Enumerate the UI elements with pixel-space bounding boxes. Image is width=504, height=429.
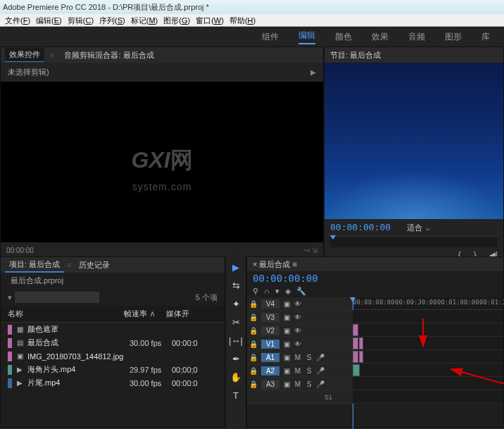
solo-icon[interactable]: S [303,354,315,361]
menu-help[interactable]: 帮助(H) [227,14,258,26]
slip-tool-icon[interactable]: |↔| [229,335,243,347]
workspace-effects[interactable]: 效果 [372,31,389,43]
mute-icon[interactable]: 👁 [292,327,303,335]
clip[interactable] [353,324,358,336]
tools-panel[interactable]: ▶ ⇆ ✦ ✂ |↔| ✒ ✋ T [225,256,246,428]
linked-selection-icon[interactable]: ∩ [264,287,270,296]
program-playhead[interactable] [330,235,336,240]
snap-icon[interactable]: ⚲ [253,287,258,296]
col-framerate[interactable]: 帧速率 ∧ [124,309,166,319]
bin-filter-icon[interactable]: ▾ [8,293,12,302]
col-media-start[interactable]: 媒体开 [166,309,218,319]
pen-tool-icon[interactable]: ✒ [229,354,243,365]
track-lane[interactable] [353,377,503,390]
video-track-header[interactable]: 🔒 V3 ▣ 👁 [247,311,353,324]
source-monitor[interactable]: GXI网 system.com [1,82,323,242]
project-tabs[interactable]: 项目: 最后合成 ≡ 历史记录 [1,257,225,273]
mute-icon[interactable]: M [292,380,303,388]
program-monitor[interactable] [325,63,503,219]
tab-audio-clip-mixer[interactable]: 音频剪辑混合器: 最后合成 [60,49,158,62]
menu-window[interactable]: 窗口(W) [194,14,226,26]
project-search-input[interactable] [15,292,99,303]
col-name[interactable]: 名称 [8,309,124,319]
menu-edit[interactable]: 编辑(E) [34,14,64,26]
type-tool-icon[interactable]: T [229,390,243,402]
lock-icon[interactable]: 🔒 [247,327,260,335]
track-lane[interactable] [353,350,503,363]
source-panel-tabs[interactable]: 效果控件 ≡ 音频剪辑混合器: 最后合成 [1,47,323,63]
project-item[interactable]: ▣ IMG_20180703_144812.jpg [1,349,225,363]
audio-track-header[interactable]: 🔒 A1 ▣ M S🎤 [247,351,353,364]
mute-icon[interactable]: 👁 [292,313,303,321]
voice-icon[interactable]: 🎤 [315,354,326,361]
menu-file[interactable]: 文件(F) [3,14,32,26]
video-track-header[interactable]: 🔒 V4 ▣ 👁 [247,297,353,311]
lock-icon[interactable]: 🔒 [247,380,260,388]
toggle-output-icon[interactable]: ▣ [281,327,292,335]
clip[interactable] [359,351,363,363]
track-label[interactable]: A3 [261,380,279,389]
track-label[interactable]: V3 [261,313,279,322]
toggle-output-icon[interactable]: ▣ [281,313,292,321]
track-label[interactable]: V4 [261,299,279,309]
lock-icon[interactable]: 🔒 [247,340,260,348]
clip[interactable] [353,364,360,376]
audio-track-header[interactable]: 🔒 A3 ▣ M S🎤 [247,378,353,391]
timeline-header[interactable]: × 最后合成 ≡ [247,257,503,271]
menu-sequence[interactable]: 序列(S) [97,14,127,26]
track-lane[interactable] [353,363,503,377]
workspace-audio[interactable]: 音频 [408,31,425,43]
track-lane[interactable] [353,323,503,337]
tab-effect-controls[interactable]: 效果控件 [5,48,44,62]
lock-icon[interactable]: 🔒 [247,313,260,321]
toggle-output-icon[interactable]: ▣ [281,380,292,388]
menu-graphics[interactable]: 图形(G) [161,14,192,26]
timeline-toolbar[interactable]: ⚲ ∩ ▾ ◈ 🔧 [247,285,503,297]
program-timecode[interactable]: 00:00:00:00 [330,222,391,232]
settings-icon[interactable]: ◈ [285,287,291,296]
lock-icon[interactable]: 🔒 [247,354,260,361]
video-track-header[interactable]: 🔒 V1 ▣ 👁 [247,337,353,351]
track-select-tool-icon[interactable]: ⇆ [229,280,243,292]
timeline-track-headers[interactable]: 🔒 V4 ▣ 👁 🔒 V3 ▣ 👁 🔒 V2 ▣ 👁 🔒 V1 ▣ 👁 🔒 A1… [247,297,353,404]
project-columns-header[interactable]: 名称 帧速率 ∧ 媒体开 [1,306,225,323]
timeline-track-content[interactable]: 00:00:00:0000:00:30:0000:01:00:0000:01:3… [353,297,503,404]
toggle-output-icon[interactable]: ▣ [281,340,292,348]
track-label[interactable]: V1 [261,340,279,349]
clip[interactable] [359,337,363,349]
mute-icon[interactable]: 👁 [292,340,303,348]
project-item[interactable]: ▤ 最后合成 30.00 fps 00:00:0 [1,336,225,349]
solo-icon[interactable]: S [303,380,315,388]
workspace-tabs[interactable]: 组件 编辑 颜色 效果 音频 图形 库 [0,27,504,46]
selection-tool-icon[interactable]: ▶ [229,262,243,273]
toggle-output-icon[interactable]: ▣ [281,354,292,361]
menu-clip[interactable]: 剪辑(C) [65,14,96,26]
mute-icon[interactable]: 👁 [292,300,303,308]
workspace-color[interactable]: 颜色 [335,31,352,43]
program-panel-header[interactable]: 节目: 最后合成 [325,47,503,63]
menu-bar[interactable]: 文件(F) 编辑(E) 剪辑(C) 序列(S) 标记(M) 图形(G) 窗口(W… [0,14,504,27]
wrench-icon[interactable]: 🔧 [296,287,306,296]
track-label[interactable]: A2 [261,366,279,375]
project-item-list[interactable]: ▦ 颜色遮罩 ▤ 最后合成 30.00 fps 00:00:0 ▣ IMG_20… [1,323,225,390]
voice-icon[interactable]: 🎤 [315,380,326,388]
mute-icon[interactable]: M [292,354,303,361]
workspace-libraries[interactable]: 库 [481,31,490,43]
razor-tool-icon[interactable]: ✂ [229,317,243,328]
timeline-timecode[interactable]: 00:00:00:00 [247,271,503,285]
project-item[interactable]: ▶ 片尾.mp4 30.00 fps 00:00:0 [1,376,225,390]
timeline-ruler[interactable]: 00:00:00:0000:00:30:0000:01:00:0000:01:3… [353,297,503,310]
track-label[interactable]: V2 [261,326,279,335]
source-export-icons[interactable]: ↪ ⇲ [304,247,317,254]
video-track-header[interactable]: 🔒 V2 ▣ 👁 [247,324,353,337]
clip[interactable] [353,351,358,363]
hand-tool-icon[interactable]: ✋ [229,372,243,383]
track-lane[interactable] [353,310,503,323]
mute-icon[interactable]: M [292,367,303,375]
solo-icon[interactable]: S [303,367,315,375]
lock-icon[interactable]: 🔒 [247,300,260,308]
workspace-graphics[interactable]: 图形 [445,31,462,43]
marker-icon[interactable]: ▾ [275,287,279,296]
tab-history[interactable]: 历史记录 [75,259,114,272]
track-lane[interactable] [353,390,503,404]
